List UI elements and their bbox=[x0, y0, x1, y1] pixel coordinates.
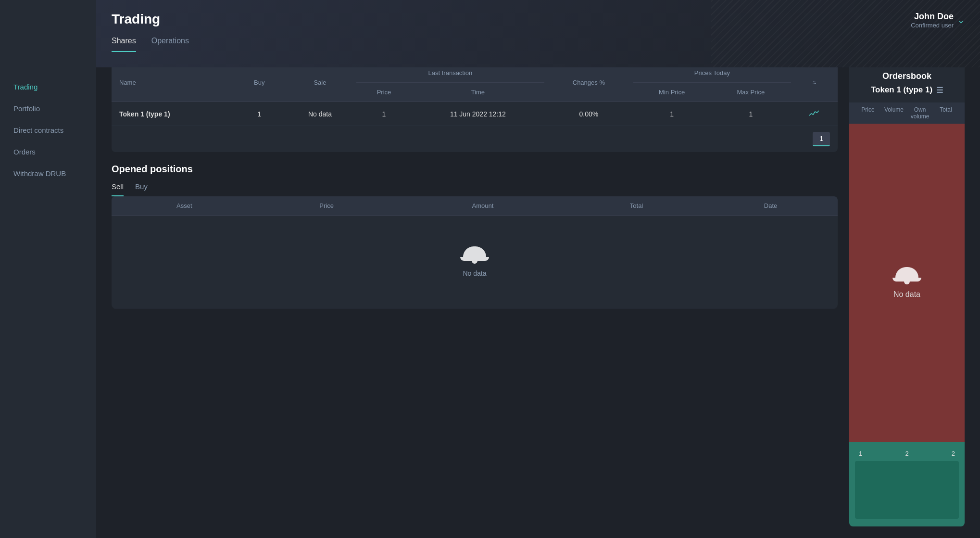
col-name: Name bbox=[112, 64, 235, 102]
page-1-button[interactable]: 1 bbox=[813, 132, 830, 146]
content-area: Name Buy Sale Last transaction Changes %… bbox=[96, 52, 980, 538]
ordersbook-no-data: No data bbox=[893, 290, 920, 299]
sidebar-item-portfolio[interactable]: Portfolio bbox=[4, 99, 92, 118]
col-last-time: Time bbox=[412, 83, 544, 102]
col-sale: Sale bbox=[284, 64, 356, 102]
sub-tab-sell[interactable]: Sell bbox=[112, 182, 124, 196]
shares-table: Name Buy Sale Last transaction Changes %… bbox=[112, 64, 838, 126]
empty-dish-icon bbox=[460, 246, 489, 264]
buy-page-2[interactable]: 2 bbox=[905, 450, 908, 457]
tab-shares[interactable]: Shares bbox=[112, 37, 136, 52]
col-amount: Amount bbox=[396, 196, 569, 216]
main-tabs: Shares Operations bbox=[96, 29, 980, 52]
ordersbook-col-price: Price bbox=[855, 106, 881, 120]
col-price: Price bbox=[257, 196, 396, 216]
dish-top bbox=[463, 246, 486, 257]
user-info: John Doe Confirmed user ⌄ bbox=[911, 12, 965, 29]
cell-min-price: 1 bbox=[633, 102, 711, 126]
sidebar-item-withdraw-drub[interactable]: Withdraw DRUB bbox=[4, 164, 92, 183]
sidebar: Trading Portfolio Direct contracts Order… bbox=[0, 0, 96, 538]
ordersbook-col-total: Total bbox=[933, 106, 959, 120]
ordersbook-title: Ordersbook bbox=[857, 71, 957, 81]
positions-table-wrapper: Asset Price Amount Total Date bbox=[112, 196, 838, 308]
opened-positions-section: Opened positions Sell Buy Asset bbox=[112, 164, 838, 308]
tab-operations[interactable]: Operations bbox=[151, 37, 189, 52]
table-row[interactable]: Token 1 (type 1) 1 No data 1 11 Jun 2022… bbox=[112, 102, 838, 126]
sidebar-item-trading[interactable]: Trading bbox=[4, 77, 92, 97]
col-buy: Buy bbox=[235, 64, 283, 102]
col-chart: ≈ bbox=[791, 64, 838, 102]
no-data-area: No data bbox=[119, 223, 830, 300]
ordersbook-col-volume: Volume bbox=[881, 106, 907, 120]
dish-handle bbox=[472, 261, 477, 264]
ordersbook-panel: Ordersbook Token 1 (type 1) ☰ Price Volu… bbox=[849, 64, 965, 526]
cell-chart-icon[interactable] bbox=[791, 102, 838, 126]
ordersbook-buy-area: 1 2 2 bbox=[849, 442, 965, 526]
cell-max-price: 1 bbox=[711, 102, 791, 126]
ordersbook-token: Token 1 (type 1) ☰ bbox=[857, 85, 957, 95]
content-left: Name Buy Sale Last transaction Changes %… bbox=[112, 64, 838, 526]
cell-last-price: 1 bbox=[356, 102, 412, 126]
ordersbook-empty-icon bbox=[892, 267, 921, 284]
col-min-price: Min Price bbox=[633, 83, 711, 102]
chevron-down-icon[interactable]: ⌄ bbox=[957, 15, 965, 26]
list-icon[interactable]: ☰ bbox=[936, 86, 943, 95]
buy-page-1[interactable]: 1 bbox=[859, 450, 862, 457]
main-content: Trading John Doe Confirmed user ⌄ Shares… bbox=[96, 0, 980, 538]
positions-no-data-cell: No data bbox=[112, 216, 838, 308]
page-title: Trading bbox=[112, 12, 160, 27]
col-last-price: Price bbox=[356, 83, 412, 102]
ordersbook-header: Ordersbook Token 1 (type 1) ☰ bbox=[849, 64, 965, 102]
col-asset: Asset bbox=[112, 196, 257, 216]
col-date: Date bbox=[704, 196, 838, 216]
shares-table-body: Token 1 (type 1) 1 No data 1 11 Jun 2022… bbox=[112, 102, 838, 126]
dish-rim bbox=[460, 257, 489, 261]
col-total: Total bbox=[569, 196, 704, 216]
user-role: Confirmed user bbox=[911, 22, 954, 29]
page-header: Trading John Doe Confirmed user ⌄ bbox=[96, 0, 980, 29]
cell-changes: 0.00% bbox=[544, 102, 633, 126]
cell-sale: No data bbox=[284, 102, 356, 126]
section-title: Opened positions bbox=[112, 164, 838, 175]
col-max-price: Max Price bbox=[711, 83, 791, 102]
cell-name: Token 1 (type 1) bbox=[112, 102, 235, 126]
sidebar-item-orders[interactable]: Orders bbox=[4, 142, 92, 162]
user-name: John Doe bbox=[911, 12, 954, 22]
shares-pagination: 1 bbox=[112, 126, 838, 152]
cell-buy: 1 bbox=[235, 102, 283, 126]
positions-header: Asset Price Amount Total Date bbox=[112, 196, 838, 216]
cell-last-time: 11 Jun 2022 12:12 bbox=[412, 102, 544, 126]
dish-handle-ob bbox=[904, 282, 910, 284]
ordersbook-columns: Price Volume Own volume Total bbox=[849, 102, 965, 124]
dish-rim-ob bbox=[892, 278, 921, 282]
positions-table: Asset Price Amount Total Date bbox=[112, 196, 838, 308]
sub-tabs: Sell Buy bbox=[112, 182, 838, 196]
sidebar-item-direct-contracts[interactable]: Direct contracts bbox=[4, 120, 92, 140]
no-data-label: No data bbox=[463, 269, 486, 277]
ordersbook-col-own-volume: Own volume bbox=[907, 106, 933, 120]
col-changes: Changes % bbox=[544, 64, 633, 102]
sub-tab-buy[interactable]: Buy bbox=[135, 182, 148, 196]
positions-body: No data bbox=[112, 216, 838, 308]
buy-page-3[interactable]: 2 bbox=[952, 450, 955, 457]
ordersbook-buy-pagination: 1 2 2 bbox=[855, 450, 959, 457]
ordersbook-buy-chart bbox=[855, 461, 959, 519]
ordersbook-sell-area: No data bbox=[849, 124, 965, 442]
positions-empty-row: No data bbox=[112, 216, 838, 308]
shares-table-wrapper: Name Buy Sale Last transaction Changes %… bbox=[112, 64, 838, 152]
dish-top-ob bbox=[895, 267, 918, 278]
